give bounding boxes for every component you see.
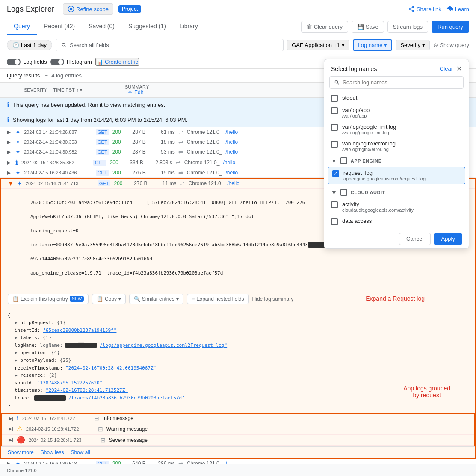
clear-query-button[interactable]: 🗑 Clear query (301, 21, 348, 33)
tab-saved[interactable]: Saved (0) (82, 18, 121, 35)
search-box: Search all fields (56, 39, 284, 51)
cancel-button[interactable]: Cancel (399, 233, 431, 245)
tab-library[interactable]: Library (173, 18, 205, 35)
http-request-expand[interactable]: ▶ (15, 320, 18, 325)
log-size: 287 B (124, 139, 146, 145)
create-metric-button[interactable]: 📊 Create metric (95, 58, 139, 66)
json-insert-id: insertId: "65ceac39000b1237a194159f" (8, 327, 468, 334)
checkbox-stdout[interactable] (331, 95, 338, 102)
log-message: Severe message (109, 437, 467, 443)
expand-arrow[interactable]: ▶ (7, 129, 12, 135)
grouped-log-row[interactable]: ▶| ⚠ 2024-02-15 16:28:41.722 ⊟ Warning m… (2, 423, 474, 435)
show-all-button[interactable]: Show all (71, 449, 90, 455)
expand-nested-fields-button[interactable]: ≡ Expand nested fields (187, 294, 248, 304)
log-duration: 2.803 s (147, 160, 172, 166)
log-list: stdout var/log/app /var/log/app var/log/… (324, 92, 469, 229)
apply-button[interactable]: Apply (434, 233, 462, 245)
log-list-item-nginx-error[interactable]: var/log/nginx/error.log /var/log/nginx/e… (324, 138, 469, 154)
dropdown-header: Select log names Clear ✕ (324, 59, 469, 76)
expand-arrow[interactable]: ▶ (7, 160, 12, 166)
grouped-expand-icon[interactable]: ▶| (9, 437, 13, 443)
log-method: GET (98, 180, 111, 186)
json-timestamp: timestamp: "2024-02-16T00:28:41.713527Z" (8, 387, 468, 394)
log-status: 200 (114, 180, 122, 186)
log-list-item-var-log-app[interactable]: var/log/app /var/log/app (324, 104, 469, 121)
expand-arrow-down[interactable]: ▼ (8, 180, 14, 187)
grouped-expand-icon[interactable]: ▶| (9, 426, 13, 432)
hide-log-summary-button[interactable]: Hide log summary (252, 296, 294, 302)
log-list-item-activity[interactable]: activity cloudaudit.googleapis.com/activ… (324, 198, 469, 215)
log-duration: 53 ms (149, 149, 175, 155)
dropdown-close-button[interactable]: ✕ (456, 65, 462, 73)
dropdown-search-input[interactable] (343, 79, 459, 86)
learn-button[interactable]: Learn (446, 6, 469, 12)
query-results-label: Query results (7, 72, 40, 79)
save-button[interactable]: 💾 Save (352, 21, 384, 33)
labels-expand[interactable]: ▶ (15, 335, 18, 340)
receive-timestamp-link[interactable]: "2024-02-16T00:28:42.001954067Z" (65, 365, 156, 371)
checkbox-data-access[interactable] (331, 218, 338, 225)
tab-query[interactable]: Query (7, 18, 37, 35)
run-query-button[interactable]: Run query (432, 21, 469, 33)
expand-arrow[interactable]: ▶ (7, 149, 12, 155)
checkbox-var-log-app[interactable] (331, 107, 338, 114)
checkbox-cloud-audit-section[interactable] (340, 189, 347, 196)
span-id-link[interactable]: "1387488795 1522257620" (37, 380, 102, 386)
operation-expand[interactable]: ▶ (15, 350, 18, 355)
log-time: 2024-02-14 21:04:30.353 (24, 139, 92, 145)
log-name-filter-chip[interactable]: Log name ▾ (353, 39, 393, 51)
log-fields-toggle[interactable]: Log fields (7, 59, 47, 65)
json-resource: ▶ resource: {2} (8, 372, 468, 379)
log-time: 2024-02-15 16:28:41.723 (29, 438, 97, 443)
sort-icon[interactable]: ↑ ▾ (77, 88, 82, 92)
similar-entries-button[interactable]: 🔍 Similar entries ▾ (129, 294, 183, 304)
grouped-expand-icon[interactable]: ▶| (9, 416, 13, 421)
stream-logs-button[interactable]: Stream logs (387, 21, 428, 33)
expand-arrow[interactable]: ▶ (7, 139, 12, 145)
col-time-header: TIME PST ↑ ▾ (53, 87, 121, 92)
section-header-app-engine[interactable]: ▼ APP ENGINE (324, 154, 469, 167)
refine-scope-button[interactable]: Refine scope (63, 3, 113, 15)
expand-arrow[interactable]: ▶ (7, 170, 12, 176)
show-query-button[interactable]: ⊖ Show query (433, 42, 469, 48)
insert-id-link[interactable]: "65ceac39000b1237a194159f" (43, 328, 116, 333)
checkbox-app-engine-section[interactable] (340, 157, 347, 164)
explain-log-button[interactable]: 📋 Explain this log entry NEW (8, 294, 89, 304)
log-list-item-google-init[interactable]: var/log/google_init.log /var/log/google_… (324, 121, 469, 138)
copy-button[interactable]: 📋 Copy ▾ (92, 294, 126, 304)
share-link-button[interactable]: Share link (408, 6, 441, 12)
log-name-link[interactable]: /logs/appengine.googleapis.com%2Frequest… (100, 343, 227, 348)
results-count: ~14 log entries (45, 72, 82, 79)
timestamp-link[interactable]: "2024-02-16T00:28:41.713527Z" (46, 387, 128, 393)
show-more-button[interactable]: Show more (8, 449, 34, 455)
histogram-toggle[interactable]: Histogram (50, 59, 92, 65)
dropdown-clear-button[interactable]: Clear (440, 65, 453, 72)
log-list-item-stdout[interactable]: stdout (324, 92, 469, 104)
log-time: 2024-02-15 16:28:35.862 (21, 160, 90, 165)
resource-expand[interactable]: ▶ (15, 373, 18, 378)
log-list-item-data-access[interactable]: data access (324, 215, 469, 228)
edit-summary-button[interactable]: ✏ Edit (128, 89, 143, 95)
trace-link[interactable]: /traces/f4b23a836fb2936c79b0203aefaef57d… (68, 395, 185, 401)
severity-filter-chip[interactable]: Severity ▾ (396, 40, 430, 50)
log-method: GET (96, 129, 109, 135)
grouped-log-row[interactable]: ▶| ℹ 2024-02-15 16:28:41.722 ⊟ Info mess… (2, 414, 474, 423)
checkbox-nginx-error[interactable] (331, 141, 338, 148)
gae-filter-chip[interactable]: GAE Application +1 ▾ (287, 40, 349, 50)
section-header-cloud-audit[interactable]: ▼ CLOUD AUDIT (324, 186, 469, 198)
grouped-log-row[interactable]: ▶| 🔴 2024-02-15 16:28:41.723 ⊟ Severe me… (2, 435, 474, 446)
checkbox-activity[interactable] (331, 201, 338, 208)
tab-suggested[interactable]: Suggested (1) (121, 18, 173, 35)
checkbox-google-init[interactable] (331, 124, 338, 131)
new-badge: NEW (70, 296, 84, 302)
show-less-button[interactable]: Show less (41, 449, 64, 455)
time-range-button[interactable]: 🕐 Last 1 day (7, 40, 52, 50)
log-status: 200 (112, 149, 121, 155)
log-browser: Chrome 121.0_ (187, 139, 222, 145)
dropdown-footer: Cancel Apply (324, 229, 469, 248)
transfer-icon: ⇌ (178, 139, 183, 145)
proto-payload-expand[interactable]: ▶ (15, 358, 18, 363)
checkbox-request-log[interactable]: ✓ (332, 170, 339, 177)
tab-recent[interactable]: Recent (42) (37, 18, 82, 35)
log-list-item-request-log[interactable]: ✓ request_log appengine.googleapis.com/r… (328, 167, 465, 184)
